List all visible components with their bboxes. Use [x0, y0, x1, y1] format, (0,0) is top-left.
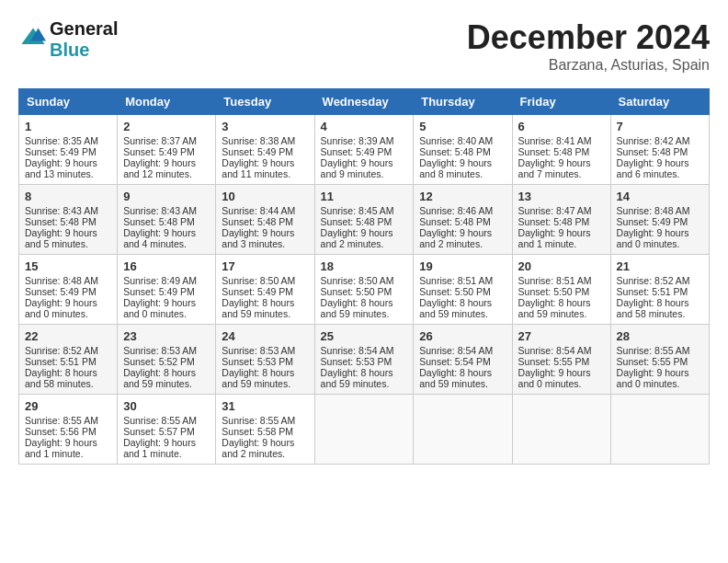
logo: General Blue: [18, 18, 118, 61]
day-info: Sunrise: 8:55 AM: [617, 345, 703, 356]
day-info: Sunrise: 8:54 AM: [419, 345, 506, 356]
day-info: Sunset: 5:48 PM: [419, 146, 506, 157]
title-block: December 2024 Barzana, Asturias, Spain: [467, 18, 710, 74]
calendar-cell: 16Sunrise: 8:49 AMSunset: 5:49 PMDayligh…: [118, 255, 216, 325]
page-header: General Blue December 2024 Barzana, Astu…: [18, 18, 710, 74]
day-info: Sunset: 5:57 PM: [123, 426, 210, 437]
day-info: Sunrise: 8:40 AM: [419, 135, 506, 146]
day-number: 27: [518, 329, 605, 343]
col-header-wednesday: Wednesday: [314, 89, 414, 115]
day-info: Sunset: 5:51 PM: [617, 286, 703, 297]
day-number: 17: [222, 259, 308, 273]
day-number: 15: [25, 259, 111, 273]
day-info: Sunset: 5:48 PM: [617, 146, 703, 157]
calendar-cell: 1Sunrise: 8:35 AMSunset: 5:49 PMDaylight…: [19, 115, 118, 185]
calendar-week-4: 22Sunrise: 8:52 AMSunset: 5:51 PMDayligh…: [19, 325, 710, 395]
day-info: Sunset: 5:49 PM: [25, 146, 111, 157]
day-number: 5: [419, 120, 506, 133]
calendar-cell: 14Sunrise: 8:48 AMSunset: 5:49 PMDayligh…: [610, 185, 709, 255]
calendar-cell: 26Sunrise: 8:54 AMSunset: 5:54 PMDayligh…: [414, 325, 512, 395]
day-info: Sunset: 5:53 PM: [321, 356, 408, 367]
day-info: Sunset: 5:48 PM: [419, 216, 506, 227]
day-info: Daylight: 9 hours and 0 minutes.: [518, 367, 605, 389]
day-info: Sunrise: 8:50 AM: [321, 275, 408, 286]
day-info: Sunrise: 8:50 AM: [222, 275, 308, 286]
day-info: Sunrise: 8:46 AM: [419, 205, 506, 216]
calendar-week-5: 29Sunrise: 8:55 AMSunset: 5:56 PMDayligh…: [19, 395, 710, 465]
col-header-thursday: Thursday: [414, 89, 512, 115]
day-info: Sunset: 5:50 PM: [321, 286, 408, 297]
calendar-cell: 8Sunrise: 8:43 AMSunset: 5:48 PMDaylight…: [19, 185, 118, 255]
day-info: Sunset: 5:48 PM: [222, 216, 308, 227]
day-number: 19: [419, 259, 506, 273]
day-info: Sunset: 5:52 PM: [123, 356, 210, 367]
calendar-cell: 11Sunrise: 8:45 AMSunset: 5:48 PMDayligh…: [314, 185, 414, 255]
day-info: Daylight: 8 hours and 59 minutes.: [222, 297, 308, 319]
calendar-cell: 23Sunrise: 8:53 AMSunset: 5:52 PMDayligh…: [118, 325, 216, 395]
logo-blue: Blue: [50, 40, 118, 61]
logo-icon: [20, 25, 46, 51]
day-info: Sunrise: 8:42 AM: [617, 135, 703, 146]
day-info: Daylight: 9 hours and 1 minute.: [123, 437, 210, 459]
calendar-cell: 4Sunrise: 8:39 AMSunset: 5:49 PMDaylight…: [314, 115, 414, 185]
day-info: Sunrise: 8:51 AM: [419, 275, 506, 286]
day-info: Daylight: 8 hours and 59 minutes.: [321, 297, 408, 319]
day-number: 14: [617, 190, 703, 203]
calendar-cell: 30Sunrise: 8:55 AMSunset: 5:57 PMDayligh…: [118, 395, 216, 465]
day-info: Sunset: 5:49 PM: [222, 286, 308, 297]
day-info: Daylight: 9 hours and 12 minutes.: [123, 157, 210, 179]
calendar-cell: 22Sunrise: 8:52 AMSunset: 5:51 PMDayligh…: [19, 325, 118, 395]
day-info: Sunrise: 8:52 AM: [617, 275, 703, 286]
col-header-friday: Friday: [512, 89, 610, 115]
day-info: Sunrise: 8:45 AM: [321, 205, 408, 216]
day-info: Sunset: 5:49 PM: [123, 286, 210, 297]
day-number: 23: [123, 329, 210, 343]
col-header-sunday: Sunday: [19, 89, 118, 115]
day-number: 2: [123, 120, 210, 133]
calendar-cell: 3Sunrise: 8:38 AMSunset: 5:49 PMDaylight…: [216, 115, 314, 185]
day-number: 21: [617, 259, 703, 273]
day-info: Daylight: 8 hours and 59 minutes.: [419, 297, 506, 319]
calendar-header-row: SundayMondayTuesdayWednesdayThursdayFrid…: [19, 89, 710, 115]
day-info: Sunset: 5:48 PM: [518, 146, 605, 157]
calendar-cell: 20Sunrise: 8:51 AMSunset: 5:50 PMDayligh…: [512, 255, 610, 325]
day-number: 13: [518, 190, 605, 203]
calendar-cell: 17Sunrise: 8:50 AMSunset: 5:49 PMDayligh…: [216, 255, 314, 325]
day-info: Daylight: 8 hours and 59 minutes.: [222, 367, 308, 389]
day-info: Sunset: 5:48 PM: [25, 216, 111, 227]
day-info: Daylight: 9 hours and 0 minutes.: [25, 297, 111, 319]
day-info: Daylight: 9 hours and 0 minutes.: [617, 227, 703, 249]
logo-general: General: [50, 18, 118, 40]
calendar-cell: 27Sunrise: 8:54 AMSunset: 5:55 PMDayligh…: [512, 325, 610, 395]
day-info: Sunset: 5:55 PM: [518, 356, 605, 367]
day-number: 24: [222, 329, 308, 343]
day-info: Daylight: 9 hours and 2 minutes.: [419, 227, 506, 249]
day-info: Sunrise: 8:55 AM: [123, 415, 210, 426]
day-number: 30: [123, 399, 210, 413]
day-info: Sunset: 5:48 PM: [123, 216, 210, 227]
calendar-cell: [512, 395, 610, 465]
calendar-cell: 9Sunrise: 8:43 AMSunset: 5:48 PMDaylight…: [118, 185, 216, 255]
calendar-cell: 12Sunrise: 8:46 AMSunset: 5:48 PMDayligh…: [414, 185, 512, 255]
day-info: Sunset: 5:49 PM: [123, 146, 210, 157]
day-info: Daylight: 8 hours and 59 minutes.: [321, 367, 408, 389]
day-number: 11: [321, 190, 408, 203]
day-info: Daylight: 9 hours and 1 minute.: [25, 437, 111, 459]
calendar-cell: 2Sunrise: 8:37 AMSunset: 5:49 PMDaylight…: [118, 115, 216, 185]
day-info: Sunset: 5:51 PM: [25, 356, 111, 367]
day-info: Daylight: 9 hours and 13 minutes.: [25, 157, 111, 179]
day-number: 26: [419, 329, 506, 343]
day-info: Daylight: 9 hours and 2 minutes.: [222, 437, 308, 459]
calendar-cell: 7Sunrise: 8:42 AMSunset: 5:48 PMDaylight…: [610, 115, 709, 185]
day-number: 16: [123, 259, 210, 273]
day-info: Daylight: 9 hours and 4 minutes.: [123, 227, 210, 249]
location: Barzana, Asturias, Spain: [467, 57, 710, 74]
calendar-table: SundayMondayTuesdayWednesdayThursdayFrid…: [18, 88, 710, 465]
day-info: Daylight: 9 hours and 1 minute.: [518, 227, 605, 249]
day-info: Sunrise: 8:48 AM: [617, 205, 703, 216]
day-info: Sunrise: 8:51 AM: [518, 275, 605, 286]
day-info: Sunrise: 8:47 AM: [518, 205, 605, 216]
day-info: Sunrise: 8:55 AM: [222, 415, 308, 426]
day-info: Sunset: 5:56 PM: [25, 426, 111, 437]
calendar-cell: 28Sunrise: 8:55 AMSunset: 5:55 PMDayligh…: [610, 325, 709, 395]
